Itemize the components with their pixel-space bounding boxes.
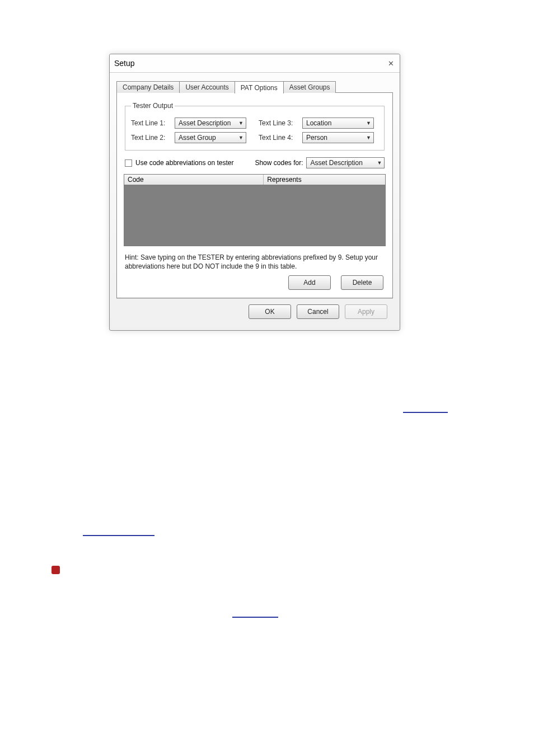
ok-button[interactable]: OK xyxy=(249,304,291,319)
text-line-3-label: Text Line 3: xyxy=(259,119,302,127)
tester-output-group: Tester Output Text Line 1: Asset Descrip… xyxy=(125,102,385,151)
dialog-content: Company Details User Accounts PAT Option… xyxy=(110,73,400,330)
col-code[interactable]: Code xyxy=(124,175,264,185)
chevron-down-icon: ▼ xyxy=(377,160,382,166)
show-codes-for-label: Show codes for: xyxy=(255,159,303,167)
pat-options-panel: Tester Output Text Line 1: Asset Descrip… xyxy=(116,92,393,298)
dialog-button-row: OK Cancel Apply xyxy=(116,298,393,325)
tab-company-details[interactable]: Company Details xyxy=(116,81,180,93)
tab-user-accounts[interactable]: User Accounts xyxy=(179,81,235,93)
text-line-4-label: Text Line 4: xyxy=(259,134,302,142)
text-line-2-value: Asset Group xyxy=(179,134,216,142)
text-line-1-label: Text Line 1: xyxy=(131,119,175,127)
text-line-1-combo[interactable]: Asset Description ▼ xyxy=(175,118,246,129)
col-represents[interactable]: Represents xyxy=(264,175,301,185)
text-line-3-value: Location xyxy=(306,119,331,127)
cancel-button[interactable]: Cancel xyxy=(297,304,339,319)
link-underline xyxy=(403,412,448,413)
link-underline xyxy=(83,535,154,536)
tab-pat-options[interactable]: PAT Options xyxy=(235,81,284,93)
delete-button[interactable]: Delete xyxy=(341,275,383,290)
text-line-2-combo[interactable]: Asset Group ▼ xyxy=(175,132,246,143)
add-button[interactable]: Add xyxy=(288,275,331,290)
text-line-4-value: Person xyxy=(306,134,327,142)
chevron-down-icon: ▼ xyxy=(366,120,371,126)
text-line-3-combo[interactable]: Location ▼ xyxy=(302,118,374,129)
use-code-abbrev-label: Use code abbreviations on tester xyxy=(135,159,233,167)
chevron-down-icon: ▼ xyxy=(366,135,371,140)
apply-button[interactable]: Apply xyxy=(345,304,387,319)
chevron-down-icon: ▼ xyxy=(238,135,243,140)
setup-dialog: Setup ✕ Company Details User Accounts PA… xyxy=(109,54,400,331)
app-icon xyxy=(51,566,60,574)
tester-output-legend: Tester Output xyxy=(131,102,175,110)
use-code-abbrev-checkbox[interactable] xyxy=(125,159,132,167)
tab-asset-groups[interactable]: Asset Groups xyxy=(283,81,336,93)
tabstrip: Company Details User Accounts PAT Option… xyxy=(116,79,393,93)
codes-table-body[interactable] xyxy=(124,185,386,246)
show-codes-for-combo[interactable]: Asset Description ▼ xyxy=(306,157,385,168)
link-underline xyxy=(232,617,278,618)
text-line-4-combo[interactable]: Person ▼ xyxy=(302,132,374,143)
titlebar: Setup ✕ xyxy=(110,54,400,73)
text-line-1-value: Asset Description xyxy=(179,119,231,127)
text-line-2-label: Text Line 2: xyxy=(131,134,175,142)
close-icon[interactable]: ✕ xyxy=(388,59,394,68)
codes-table-header: Code Represents xyxy=(124,174,386,185)
hint-text: Hint: Save typing on the TESTER by enter… xyxy=(125,253,385,271)
chevron-down-icon: ▼ xyxy=(238,120,243,126)
show-codes-for-value: Asset Description xyxy=(310,159,362,167)
dialog-title: Setup xyxy=(114,59,135,68)
